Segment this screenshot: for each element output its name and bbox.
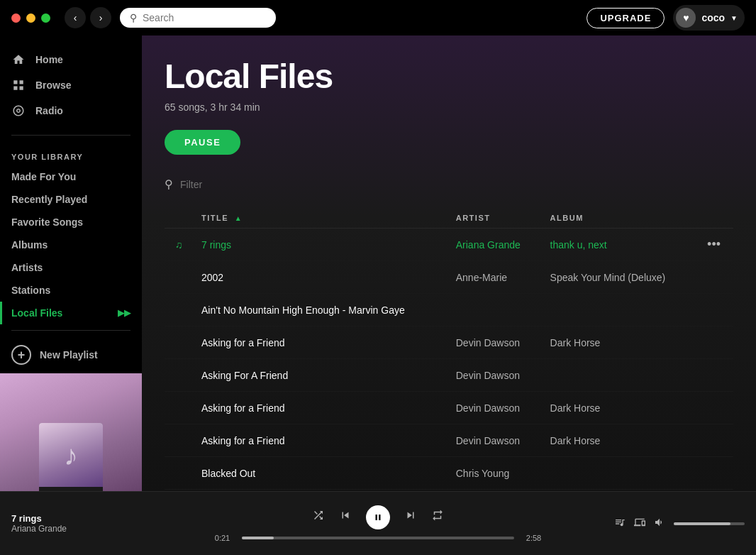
maximize-button[interactable]	[41, 13, 50, 23]
previous-button[interactable]	[339, 509, 352, 525]
artist-link[interactable]: Devin Dawson	[456, 402, 520, 414]
table-row[interactable]: Blacked Out Chris Young •••	[165, 457, 733, 490]
album-placeholder: ♪	[0, 373, 142, 491]
track-title-cell: Asking for a Friend	[193, 392, 448, 424]
artist-link[interactable]: Chris Young	[456, 468, 510, 479]
new-playlist-label: New Playlist	[40, 349, 98, 361]
browse-icon	[11, 78, 26, 92]
album-link[interactable]: thank u, next	[550, 239, 607, 251]
sidebar-item-albums[interactable]: Albums	[0, 233, 142, 256]
track-album-cell: Dark Horse	[542, 424, 695, 457]
volume-icon[interactable]	[654, 517, 665, 531]
play-pause-button[interactable]	[366, 505, 390, 529]
artist-link[interactable]: Ariana Grande	[456, 239, 521, 251]
sidebar-item-local-files[interactable]: Local Files ▶▶	[0, 302, 142, 324]
sidebar-item-made-for-you[interactable]: Made For You	[0, 165, 142, 188]
album-link[interactable]: Dark Horse	[550, 435, 601, 446]
table-row[interactable]: 2002 Anne-Marie Speak Your Mind (Deluxe)…	[165, 261, 733, 294]
sidebar-item-home[interactable]: Home	[0, 47, 142, 72]
sidebar-label-stations: Stations	[11, 285, 50, 296]
table-row[interactable]: Asking for a Friend Devin Dawson Dark Ho…	[165, 424, 733, 457]
volume-bar[interactable]	[674, 522, 745, 525]
artist-link[interactable]: Devin Dawson	[456, 370, 520, 381]
window-controls	[11, 13, 50, 23]
shuffle-button[interactable]	[312, 509, 325, 525]
track-title-cell: Asking For A Friend	[193, 359, 448, 392]
artist-link[interactable]: Devin Dawson	[456, 435, 520, 446]
playing-indicator-cell	[165, 326, 193, 359]
track-actions-cell: •••	[694, 229, 733, 261]
more-options-button[interactable]: •••	[703, 236, 725, 253]
track-table: TITLE ▲ ARTIST ALBUM ♫ 7 rings Ariana Gr…	[165, 208, 733, 491]
table-row[interactable]: Asking for a Friend Devin Dawson Dark Ho…	[165, 326, 733, 359]
sidebar-label-local-files: Local Files	[11, 307, 62, 319]
search-input[interactable]	[143, 12, 256, 23]
main-area: Home Browse Radio YOUR LIBRARY Made For …	[0, 35, 756, 491]
svg-rect-3	[20, 87, 23, 90]
album-link[interactable]: Dark Horse	[550, 337, 601, 348]
player-track-artist: Ariana Grande	[11, 524, 67, 534]
track-artist-cell: Devin Dawson	[448, 326, 542, 359]
track-album-cell	[542, 359, 695, 392]
sidebar-label-browse: Browse	[35, 79, 72, 91]
sidebar-item-stations[interactable]: Stations	[0, 279, 142, 302]
sidebar-label-favorite-songs: Favorite Songs	[11, 216, 83, 228]
table-row[interactable]: Ain't No Mountain High Enough - Marvin G…	[165, 294, 733, 326]
track-title-cell: 2002	[193, 261, 448, 294]
top-bar: ‹ › ⚲ UPGRADE ♥ coco ▼	[0, 0, 756, 35]
user-menu[interactable]: ♥ coco ▼	[673, 5, 745, 31]
current-time: 0:21	[210, 534, 235, 542]
table-row[interactable]: Asking for a Friend Devin Dawson Dark Ho…	[165, 392, 733, 424]
upgrade-button[interactable]: UPGRADE	[587, 8, 665, 28]
table-row[interactable]: Asking For A Friend Devin Dawson •••	[165, 359, 733, 392]
track-album-cell: Dark Horse	[542, 392, 695, 424]
devices-button[interactable]	[634, 517, 645, 531]
col-spacer	[165, 208, 193, 229]
minimize-button[interactable]	[26, 13, 35, 23]
track-album-cell	[542, 294, 695, 326]
player-track-info: 7 rings Ariana Grande	[11, 513, 210, 534]
sidebar-item-artists[interactable]: Artists	[0, 256, 142, 279]
artist-link[interactable]: Anne-Marie	[456, 272, 507, 283]
sidebar-label-home: Home	[35, 54, 63, 65]
sidebar-item-browse[interactable]: Browse	[0, 72, 142, 98]
album-link[interactable]: Dark Horse	[550, 402, 601, 414]
track-actions-cell: •••	[694, 261, 733, 294]
sidebar-item-recently-played[interactable]: Recently Played	[0, 188, 142, 211]
player-center: 0:21 2:58	[210, 505, 546, 542]
repeat-button[interactable]	[431, 509, 444, 525]
col-artist: ARTIST	[448, 208, 542, 229]
artist-link[interactable]: Devin Dawson	[456, 337, 520, 348]
sidebar-divider-2	[11, 330, 130, 331]
col-title[interactable]: TITLE ▲	[193, 208, 448, 229]
queue-button[interactable]	[614, 517, 626, 531]
next-button[interactable]	[404, 509, 417, 525]
back-button[interactable]: ‹	[65, 7, 86, 28]
track-actions-cell: •••	[694, 424, 733, 457]
close-button[interactable]	[11, 13, 21, 23]
sidebar-item-favorite-songs[interactable]: Favorite Songs	[0, 211, 142, 233]
avatar: ♥	[676, 8, 696, 28]
playing-indicator-cell	[165, 359, 193, 392]
new-playlist-button[interactable]: + New Playlist	[0, 336, 142, 373]
progress-track[interactable]	[242, 537, 514, 539]
progress-fill	[242, 537, 274, 539]
playing-indicator-cell	[165, 457, 193, 490]
track-artist-cell: Devin Dawson	[448, 359, 542, 392]
table-row[interactable]: ♫ 7 rings Ariana Grande thank u, next ••…	[165, 229, 733, 261]
playing-indicator-cell: ♫	[165, 229, 193, 261]
page-title: Local Files	[165, 57, 733, 96]
playing-indicator-cell	[165, 392, 193, 424]
album-link[interactable]: Speak Your Mind (Deluxe)	[550, 272, 666, 283]
top-right-controls: UPGRADE ♥ coco ▼	[587, 5, 745, 31]
player-controls	[312, 505, 444, 529]
filter-input[interactable]	[180, 179, 733, 190]
track-actions-cell: •••	[694, 294, 733, 326]
playing-indicator-cell	[165, 294, 193, 326]
bottom-player: 7 rings Ariana Grande 0:21	[0, 491, 756, 555]
pause-button[interactable]: PAUSE	[165, 130, 240, 155]
forward-button[interactable]: ›	[90, 7, 111, 28]
sidebar-item-radio[interactable]: Radio	[0, 98, 142, 123]
search-icon: ⚲	[130, 12, 137, 23]
volume-fill	[674, 522, 730, 525]
